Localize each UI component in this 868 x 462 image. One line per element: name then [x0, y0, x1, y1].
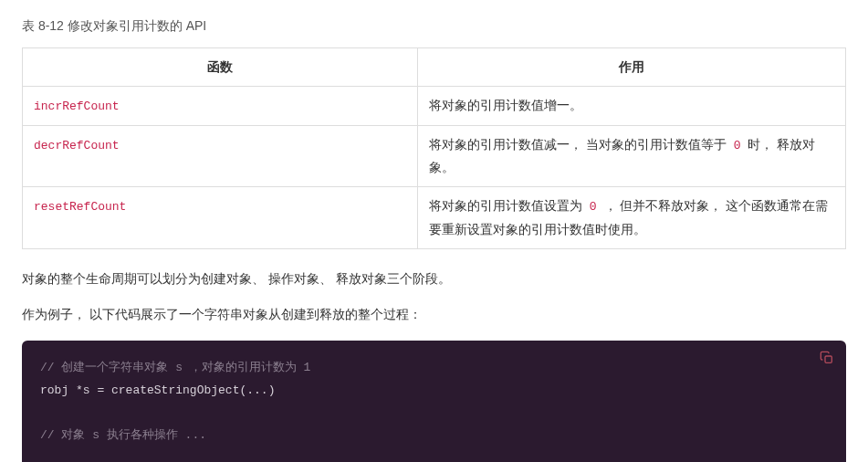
fn-resetrefcount: resetRefCount	[34, 200, 126, 214]
desc-incrrefcount: 将对象的引用计数值增一。	[417, 87, 845, 125]
desc-resetrefcount: 将对象的引用计数值设置为 0 ， 但并不释放对象， 这个函数通常在需要重新设置对…	[417, 187, 845, 249]
code-line: robj *s = createStringObject(...)	[40, 380, 828, 403]
code-zero: 0	[730, 139, 745, 152]
code-block: // 创建一个字符串对象 s ，对象的引用计数为 1 robj *s = cre…	[22, 341, 846, 462]
svg-rect-0	[825, 356, 831, 362]
copy-icon[interactable]	[819, 350, 835, 366]
code-comment: // 创建一个字符串对象 s ，对象的引用计数为 1	[40, 357, 828, 380]
fn-decrrefcount: decrRefCount	[34, 139, 120, 152]
paragraph-lifecycle: 对象的整个生命周期可以划分为创建对象、 操作对象、 释放对象三个阶段。	[22, 268, 846, 290]
paragraph-example-intro: 作为例子， 以下代码展示了一个字符串对象从创建到释放的整个过程：	[22, 303, 846, 326]
header-function: 函数	[23, 48, 418, 87]
table-row: decrRefCount 将对象的引用计数值减一， 当对象的引用计数值等于 0 …	[23, 125, 846, 187]
table-row: incrRefCount 将对象的引用计数值增一。	[23, 87, 846, 125]
fn-incrrefcount: incrRefCount	[34, 100, 120, 113]
header-effect: 作用	[417, 48, 845, 87]
desc-decrrefcount: 将对象的引用计数值减一， 当对象的引用计数值等于 0 时， 释放对象。	[417, 125, 845, 187]
table-row: resetRefCount 将对象的引用计数值设置为 0 ， 但并不释放对象， …	[23, 187, 846, 249]
code-comment: // 对象 s 执行各种操作 ...	[40, 425, 828, 447]
table-caption: 表 8-12 修改对象引用计数的 API	[22, 18, 846, 35]
code-zero: 0	[586, 200, 601, 214]
api-table: 函数 作用 incrRefCount 将对象的引用计数值增一。 decrRefC…	[22, 47, 846, 249]
